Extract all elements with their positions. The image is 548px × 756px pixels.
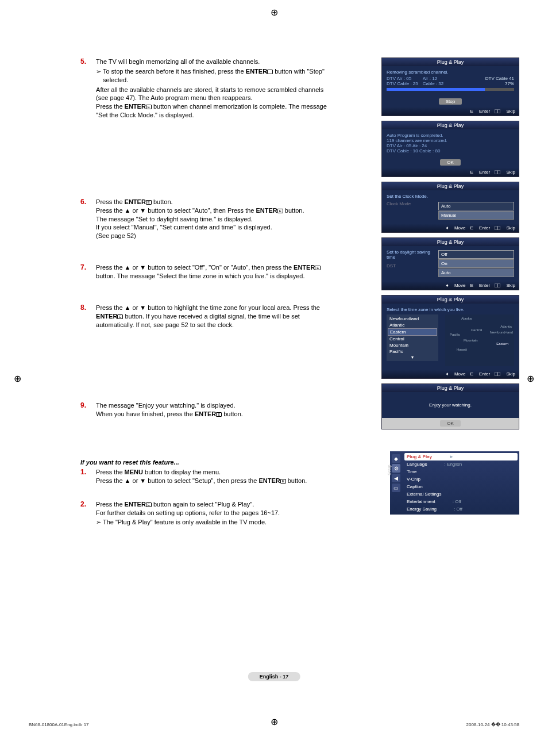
skip-icon: ⎕⎕	[495, 170, 500, 175]
setup-menu: ◆ ⚙ ◀ ▭ Setup Plug & Play►Language: Engl…	[390, 451, 519, 515]
tab-icon-input[interactable]: ◀	[392, 474, 400, 482]
setup-row-energy-saving[interactable]: Energy Saving: Off	[404, 505, 518, 513]
timezone-list: Newfoundland Atlantic Eastern Central Mo…	[387, 314, 438, 361]
footer-file: BN68-01800A-01Eng.indb 17	[29, 722, 89, 727]
ui-panel-complete: Plug & Play Auto Program is completed. 1…	[381, 121, 519, 177]
step-text: Press the ENTERE button when channel mem…	[96, 102, 337, 120]
ui-title: Plug & Play	[382, 121, 519, 129]
tab-icon-setup[interactable]: ⚙	[392, 464, 400, 473]
move-icon: ♦	[446, 371, 449, 377]
panel-heading: Set the Clock Mode.	[387, 194, 514, 199]
step-6: 6. Press the ENTERE button. Press the ▲ …	[80, 198, 339, 240]
setup-row-plug-play[interactable]: Plug & Play►	[404, 453, 518, 460]
enter-icon: E	[315, 266, 321, 270]
enter-icon: E	[146, 200, 152, 205]
option-on[interactable]: On	[438, 259, 514, 268]
ui-panel-timezone: Plug & Play Select the time zone in whic…	[381, 295, 519, 379]
step-number: 7.	[80, 263, 94, 271]
step-9: 9. The message "Enjoy your watching." is…	[80, 401, 339, 419]
option-auto[interactable]: Auto	[438, 268, 514, 277]
tz-central[interactable]: Central	[388, 336, 437, 342]
footer-timestamp: 2008-10-24 �� 10:43:58	[466, 722, 519, 727]
tz-mountain[interactable]: Mountain	[388, 342, 437, 348]
enter-icon: E	[146, 105, 152, 109]
step-number: 2.	[80, 500, 94, 508]
ui-panel-enjoy: Plug & Play Enjoy your watching. OK	[381, 383, 519, 429]
option-auto[interactable]: Auto	[438, 202, 514, 210]
clock-mode-label: Clock Mode	[387, 201, 433, 220]
tz-newfoundland[interactable]: Newfoundland	[388, 316, 437, 322]
step-text: After all the available channels are sto…	[96, 86, 337, 103]
step-number: 8.	[80, 304, 94, 312]
chevron-down-icon: ▾	[388, 355, 437, 360]
ok-button[interactable]: OK	[440, 159, 461, 166]
tab-icon-picture[interactable]: ◆	[392, 454, 400, 463]
step-number: 1.	[80, 468, 94, 476]
ui-panel-scrambled: Plug & Play Removing scrambled channel. …	[381, 57, 519, 116]
ui-title: Plug & Play	[382, 238, 519, 246]
enter-icon: E	[470, 371, 473, 377]
step-number: 9.	[80, 401, 94, 409]
tz-eastern[interactable]: Eastern	[388, 328, 437, 336]
stop-button[interactable]: Stop	[439, 98, 462, 105]
dst-label: DST	[387, 263, 433, 268]
enter-icon: E	[216, 412, 222, 417]
enter-icon: E	[117, 314, 123, 319]
enter-icon: E	[277, 209, 283, 213]
tab-icon-app[interactable]: ▭	[392, 483, 400, 492]
setup-row-v-chip[interactable]: V-Chip	[404, 475, 518, 483]
step-8: 8. Press the ▲ or ▼ button to highlight …	[80, 304, 339, 329]
enter-icon: E	[470, 170, 473, 175]
tz-heading: Select the time zone in which you live.	[387, 307, 514, 312]
enter-icon: E	[470, 283, 473, 288]
reset-section: If you want to reset this feature... 1. …	[80, 459, 339, 528]
timezone-map: Alaska Atlantic Central Newfound-land Pa…	[445, 314, 514, 366]
reset-bullet: The "Plug & Play" feature is only availa…	[96, 518, 337, 527]
enjoy-message: Enjoy your watching.	[382, 392, 519, 418]
tz-pacific[interactable]: Pacific	[388, 348, 437, 355]
setup-tab-label: Setup	[387, 465, 391, 475]
setup-tabs: ◆ ⚙ ◀ ▭	[392, 453, 402, 493]
dst-heading: Set to daylight saving time	[387, 250, 433, 260]
setup-row-external-settings[interactable]: External Settings	[404, 490, 518, 498]
setup-row-caption[interactable]: Caption	[404, 483, 518, 490]
enter-icon: E	[280, 479, 286, 483]
reset-step-2: 2. Press the ENTERE button again to sele…	[80, 500, 339, 528]
ui-title: Plug & Play	[382, 182, 519, 190]
reset-heading: If you want to reset this feature...	[80, 459, 339, 466]
enter-icon: E	[470, 225, 473, 231]
step-7: 7. Press the ▲ or ▼ button to select "Of…	[80, 263, 339, 281]
step-number: 5.	[80, 57, 94, 66]
option-manual[interactable]: Manual	[438, 211, 514, 220]
page-number: English - 17	[248, 672, 300, 681]
ok-button[interactable]: OK	[440, 420, 461, 427]
skip-icon: ⎕⎕	[495, 109, 500, 114]
enter-icon: E	[470, 109, 473, 114]
step-number: 6.	[80, 198, 94, 206]
move-icon: ♦	[446, 283, 449, 288]
setup-row-language[interactable]: Language: English	[404, 460, 518, 468]
option-off[interactable]: Off	[438, 250, 514, 259]
move-icon: ♦	[446, 225, 449, 231]
setup-row-time[interactable]: Time	[404, 468, 518, 475]
tz-atlantic[interactable]: Atlantic	[388, 322, 437, 328]
reset-step-1: 1. Press the MENU button to display the …	[80, 468, 339, 485]
step-text: The TV will begin memorizing all of the …	[96, 57, 337, 66]
step-5: 5. The TV will begin memorizing all of t…	[80, 57, 339, 120]
ui-panel-clock: Plug & Play Set the Clock Mode. Clock Mo…	[381, 182, 519, 233]
setup-row-entertainment[interactable]: Entertainment: Off	[404, 498, 518, 505]
step-bullet: To stop the search before it has finishe…	[96, 67, 337, 85]
removing-label: Removing scrambled channel.	[387, 70, 514, 75]
ui-title: Plug & Play	[382, 384, 519, 392]
ui-title: Plug & Play	[382, 296, 519, 304]
ui-title: Plug & Play	[382, 58, 519, 66]
skip-icon: ⎕⎕	[495, 371, 500, 377]
skip-icon: ⎕⎕	[495, 225, 500, 231]
enter-icon: E	[267, 70, 273, 74]
print-footer: BN68-01800A-01Eng.indb 17 2008-10-24 �� …	[29, 722, 519, 727]
progress-bar	[387, 88, 514, 91]
enter-icon: E	[146, 502, 152, 507]
skip-icon: ⎕⎕	[495, 283, 500, 288]
ui-footer: E Enter⎕⎕ Skip	[382, 107, 519, 116]
ui-panel-dst: Plug & Play Set to daylight saving time …	[381, 237, 519, 290]
